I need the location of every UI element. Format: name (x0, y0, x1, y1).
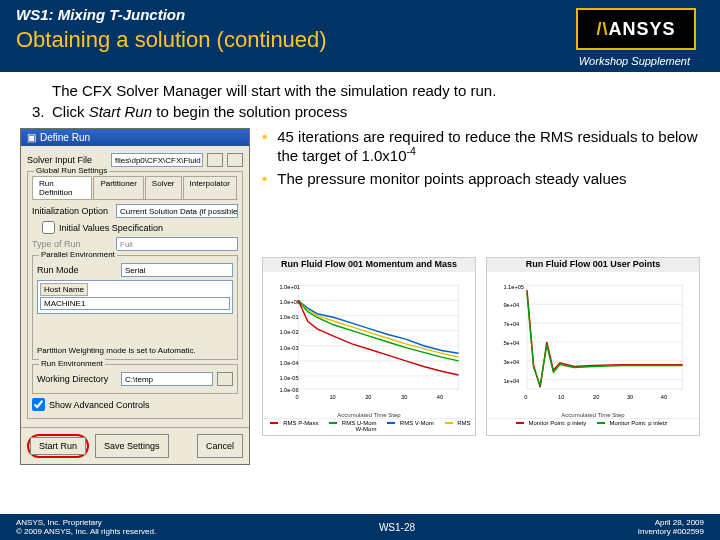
chart-legend: Monitor Point: p inlety Monitor Point: p… (487, 418, 699, 429)
svg-text:40: 40 (661, 393, 667, 399)
footer-left: ANSYS, Inc. Proprietary © 2009 ANSYS, In… (16, 518, 156, 536)
svg-text:0: 0 (295, 393, 298, 399)
run-env-group: Run Environment Working Directory C:\tem… (32, 364, 238, 394)
initial-values-label: Initial Values Specification (59, 223, 163, 233)
run-mode-label: Run Mode (37, 265, 117, 275)
svg-text:1.0e-02: 1.0e-02 (279, 329, 298, 335)
svg-text:7e+04: 7e+04 (503, 321, 519, 327)
svg-text:1.0e+00: 1.0e+00 (279, 299, 300, 305)
plot-svg: 1.0e+011.0e+00 1.0e-011.0e-02 1.0e-031.0… (267, 276, 471, 408)
chart-momentum-mass: Run Fluid Flow 001 Momentum and Mass 1.0… (262, 257, 476, 436)
type-of-run-field: Full (116, 237, 238, 251)
initial-values-checkbox[interactable] (42, 221, 55, 234)
browse-dir-button[interactable] (217, 372, 233, 386)
host-row[interactable]: MACHINE1 (40, 297, 230, 310)
svg-text:1.0e-04: 1.0e-04 (279, 360, 298, 366)
step-text: Click Start Run to begin the solution pr… (52, 103, 347, 120)
ansys-logo: /\ANSYS (576, 8, 696, 50)
bullet-icon: • (262, 128, 267, 145)
svg-text:30: 30 (401, 393, 407, 399)
show-advanced-label: Show Advanced Controls (49, 400, 150, 410)
partition-note: Partition Weighting mode is set to Autom… (37, 346, 233, 355)
svg-text:1.0e-03: 1.0e-03 (279, 344, 298, 350)
svg-text:1.1e+05: 1.1e+05 (503, 284, 524, 290)
tab-partitioner[interactable]: Partitioner (93, 176, 143, 199)
chart-user-points: Run Fluid Flow 001 User Points 1.1e+059e… (486, 257, 700, 436)
svg-text:40: 40 (437, 393, 443, 399)
tab-interpolator[interactable]: Interpolator (183, 176, 237, 199)
window-icon: ▣ (27, 132, 36, 143)
svg-text:0: 0 (524, 393, 527, 399)
supplement-label: Workshop Supplement (579, 55, 690, 67)
svg-text:10: 10 (329, 393, 335, 399)
step-3: 3. Click Start Run to begin the solution… (32, 103, 700, 120)
type-of-run-label: Type of Run (32, 239, 112, 249)
chart-title: Run Fluid Flow 001 User Points (487, 258, 699, 272)
init-option-label: Initialization Option (32, 206, 112, 216)
init-option-select[interactable]: Current Solution Data (if possible) (116, 204, 238, 218)
parallel-env-group: Parallel Environment Run Mode Serial Hos… (32, 255, 238, 360)
bullet-icon: • (262, 170, 267, 187)
define-run-dialog: ▣ Define Run Solver Input File files\dp0… (20, 128, 250, 465)
working-dir-label: Working Directory (37, 374, 117, 384)
dialog-titlebar: ▣ Define Run (21, 129, 249, 146)
browse-button[interactable] (207, 153, 223, 167)
reload-button[interactable] (227, 153, 243, 167)
svg-text:20: 20 (593, 393, 599, 399)
tab-solver[interactable]: Solver (145, 176, 182, 199)
step-number: 3. (32, 103, 52, 120)
plot-svg: 1.1e+059e+04 7e+045e+04 3e+041e+04 010 2… (491, 276, 695, 408)
slide-footer: ANSYS, Inc. Proprietary © 2009 ANSYS, In… (0, 514, 720, 540)
svg-text:1.0e-01: 1.0e-01 (279, 314, 298, 320)
chart-title: Run Fluid Flow 001 Momentum and Mass (263, 258, 475, 272)
svg-text:5e+04: 5e+04 (503, 340, 519, 346)
tab-run-definition[interactable]: Run Definition (32, 176, 92, 199)
slide-header: WS1: Mixing T-Junction Obtaining a solut… (0, 0, 720, 72)
svg-text:1.0e-06: 1.0e-06 (279, 387, 298, 393)
cancel-button[interactable]: Cancel (197, 434, 243, 458)
svg-text:3e+04: 3e+04 (503, 359, 519, 365)
svg-text:9e+04: 9e+04 (503, 302, 519, 308)
slide-content: The CFX Solver Manager will start with t… (0, 72, 720, 475)
svg-text:30: 30 (627, 393, 633, 399)
list-item: • 45 iterations are required to reduce t… (262, 128, 700, 164)
svg-text:1.0e+01: 1.0e+01 (279, 284, 300, 290)
svg-text:1e+04: 1e+04 (503, 377, 519, 383)
save-settings-button[interactable]: Save Settings (95, 434, 169, 458)
svg-text:20: 20 (365, 393, 371, 399)
intro-text: The CFX Solver Manager will start with t… (52, 82, 700, 99)
notes-list: • 45 iterations are required to reduce t… (262, 128, 700, 187)
svg-text:1.0e-05: 1.0e-05 (279, 375, 298, 381)
svg-text:10: 10 (558, 393, 564, 399)
run-mode-select[interactable]: Serial (121, 263, 233, 277)
host-name-header: Host Name (40, 283, 88, 296)
slide-number: WS1-28 (379, 522, 415, 533)
working-dir-field[interactable]: C:\temp (121, 372, 213, 386)
list-item: • The pressure monitor points approach s… (262, 170, 700, 187)
chart-legend: RMS P-Mass RMS U-Mom RMS V-Mom RMS W-Mom (263, 418, 475, 435)
solver-input-field[interactable]: files\dp0\CFX\CFX\Fluid Flow.def (111, 153, 203, 167)
show-advanced-checkbox[interactable] (32, 398, 45, 411)
solver-input-label: Solver Input File (27, 155, 107, 165)
global-run-settings-group: Global Run Settings Run Definition Parti… (27, 171, 243, 419)
dialog-title: Define Run (40, 132, 90, 143)
start-run-button[interactable]: Start Run (30, 437, 86, 455)
host-list[interactable]: Host Name MACHINE1 (37, 280, 233, 314)
footer-right: April 28, 2009 Inventory #002599 (638, 518, 704, 536)
settings-tabs: Run Definition Partitioner Solver Interp… (32, 176, 238, 200)
